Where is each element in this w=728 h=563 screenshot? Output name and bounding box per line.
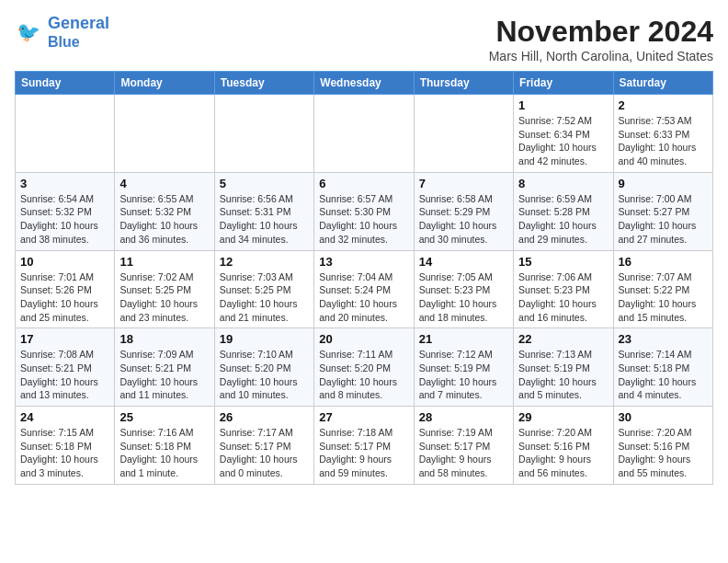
calendar-cell: 16Sunrise: 7:07 AM Sunset: 5:22 PM Dayli… <box>613 250 712 328</box>
day-info: Sunrise: 7:00 AM Sunset: 5:27 PM Dayligh… <box>619 192 708 247</box>
calendar-cell: 2Sunrise: 7:53 AM Sunset: 6:33 PM Daylig… <box>613 95 712 173</box>
day-info: Sunrise: 7:20 AM Sunset: 5:16 PM Dayligh… <box>518 426 608 480</box>
day-info: Sunrise: 7:11 AM Sunset: 5:20 PM Dayligh… <box>319 348 408 402</box>
weekday-header-sunday: Sunday <box>16 72 115 95</box>
day-number: 26 <box>220 410 309 424</box>
day-number: 17 <box>20 332 109 346</box>
calendar-cell: 14Sunrise: 7:05 AM Sunset: 5:23 PM Dayli… <box>414 250 513 328</box>
day-number: 13 <box>319 255 408 269</box>
weekday-header-tuesday: Tuesday <box>214 72 313 95</box>
day-number: 24 <box>20 410 109 424</box>
day-number: 9 <box>619 177 708 190</box>
day-info: Sunrise: 7:15 AM Sunset: 5:18 PM Dayligh… <box>20 426 109 480</box>
calendar-cell <box>16 95 115 173</box>
day-number: 22 <box>518 332 608 346</box>
day-number: 2 <box>619 98 708 112</box>
day-info: Sunrise: 7:07 AM Sunset: 5:22 PM Dayligh… <box>619 270 708 325</box>
logo: 🐦 General Blue <box>15 15 109 52</box>
calendar-cell <box>414 95 513 173</box>
day-info: Sunrise: 6:55 AM Sunset: 5:32 PM Dayligh… <box>119 192 209 247</box>
calendar-cell <box>115 95 214 173</box>
day-number: 3 <box>20 177 109 190</box>
day-info: Sunrise: 7:12 AM Sunset: 5:19 PM Dayligh… <box>419 348 508 402</box>
month-title: November 2024 <box>489 15 713 49</box>
calendar-cell: 13Sunrise: 7:04 AM Sunset: 5:24 PM Dayli… <box>314 250 414 328</box>
calendar-cell: 18Sunrise: 7:09 AM Sunset: 5:21 PM Dayli… <box>115 328 214 407</box>
page-header: 🐦 General Blue November 2024 Mars Hill, … <box>15 15 713 63</box>
day-info: Sunrise: 6:59 AM Sunset: 5:28 PM Dayligh… <box>518 192 608 247</box>
calendar-header-row: SundayMondayTuesdayWednesdayThursdayFrid… <box>16 72 713 95</box>
day-number: 30 <box>619 410 708 424</box>
day-info: Sunrise: 6:57 AM Sunset: 5:30 PM Dayligh… <box>319 192 408 247</box>
day-number: 19 <box>220 332 309 346</box>
calendar-cell: 26Sunrise: 7:17 AM Sunset: 5:17 PM Dayli… <box>214 407 313 485</box>
day-info: Sunrise: 7:17 AM Sunset: 5:17 PM Dayligh… <box>220 426 309 480</box>
title-block: November 2024 Mars Hill, North Carolina,… <box>489 15 713 63</box>
calendar-cell: 29Sunrise: 7:20 AM Sunset: 5:16 PM Dayli… <box>514 407 613 485</box>
weekday-header-wednesday: Wednesday <box>314 72 414 95</box>
day-number: 15 <box>518 255 608 269</box>
day-number: 25 <box>119 410 209 424</box>
weekday-header-saturday: Saturday <box>613 72 712 95</box>
calendar-week-5: 24Sunrise: 7:15 AM Sunset: 5:18 PM Dayli… <box>16 407 713 485</box>
day-number: 10 <box>20 255 109 269</box>
calendar-week-3: 10Sunrise: 7:01 AM Sunset: 5:26 PM Dayli… <box>16 250 713 328</box>
calendar-cell: 30Sunrise: 7:20 AM Sunset: 5:16 PM Dayli… <box>613 407 712 485</box>
calendar-week-2: 3Sunrise: 6:54 AM Sunset: 5:32 PM Daylig… <box>16 172 713 250</box>
calendar-cell: 19Sunrise: 7:10 AM Sunset: 5:20 PM Dayli… <box>214 328 313 407</box>
calendar-cell <box>314 95 414 173</box>
logo-icon: 🐦 <box>15 18 44 48</box>
day-number: 23 <box>619 332 708 346</box>
calendar-cell: 7Sunrise: 6:58 AM Sunset: 5:29 PM Daylig… <box>414 172 513 250</box>
calendar-cell: 10Sunrise: 7:01 AM Sunset: 5:26 PM Dayli… <box>16 250 115 328</box>
calendar-cell: 12Sunrise: 7:03 AM Sunset: 5:25 PM Dayli… <box>214 250 313 328</box>
calendar-cell: 8Sunrise: 6:59 AM Sunset: 5:28 PM Daylig… <box>514 172 613 250</box>
day-info: Sunrise: 7:20 AM Sunset: 5:16 PM Dayligh… <box>619 426 708 480</box>
day-info: Sunrise: 7:06 AM Sunset: 5:23 PM Dayligh… <box>518 270 608 325</box>
day-number: 4 <box>119 177 209 190</box>
calendar-cell: 17Sunrise: 7:08 AM Sunset: 5:21 PM Dayli… <box>16 328 115 407</box>
calendar-cell: 22Sunrise: 7:13 AM Sunset: 5:19 PM Dayli… <box>514 328 613 407</box>
calendar-cell: 6Sunrise: 6:57 AM Sunset: 5:30 PM Daylig… <box>314 172 414 250</box>
calendar-cell: 20Sunrise: 7:11 AM Sunset: 5:20 PM Dayli… <box>314 328 414 407</box>
logo-text: General Blue <box>48 15 109 52</box>
calendar-cell: 27Sunrise: 7:18 AM Sunset: 5:17 PM Dayli… <box>314 407 414 485</box>
day-number: 20 <box>319 332 408 346</box>
calendar-week-4: 17Sunrise: 7:08 AM Sunset: 5:21 PM Dayli… <box>16 328 713 407</box>
calendar-cell: 25Sunrise: 7:16 AM Sunset: 5:18 PM Dayli… <box>115 407 214 485</box>
day-info: Sunrise: 7:10 AM Sunset: 5:20 PM Dayligh… <box>220 348 309 402</box>
weekday-header-friday: Friday <box>514 72 613 95</box>
weekday-header-thursday: Thursday <box>414 72 513 95</box>
svg-text:🐦: 🐦 <box>17 20 40 44</box>
location-title: Mars Hill, North Carolina, United States <box>489 49 713 63</box>
day-info: Sunrise: 7:09 AM Sunset: 5:21 PM Dayligh… <box>119 348 209 402</box>
day-info: Sunrise: 7:04 AM Sunset: 5:24 PM Dayligh… <box>319 270 408 325</box>
calendar-cell: 21Sunrise: 7:12 AM Sunset: 5:19 PM Dayli… <box>414 328 513 407</box>
day-number: 12 <box>220 255 309 269</box>
day-info: Sunrise: 6:58 AM Sunset: 5:29 PM Dayligh… <box>419 192 508 247</box>
day-number: 1 <box>518 98 608 112</box>
day-info: Sunrise: 7:14 AM Sunset: 5:18 PM Dayligh… <box>619 348 708 402</box>
day-number: 18 <box>119 332 209 346</box>
calendar-cell: 23Sunrise: 7:14 AM Sunset: 5:18 PM Dayli… <box>613 328 712 407</box>
day-number: 28 <box>419 410 508 424</box>
day-info: Sunrise: 7:02 AM Sunset: 5:25 PM Dayligh… <box>119 270 209 325</box>
day-number: 16 <box>619 255 708 269</box>
day-number: 7 <box>419 177 508 190</box>
calendar-table: SundayMondayTuesdayWednesdayThursdayFrid… <box>15 71 713 485</box>
calendar-cell: 24Sunrise: 7:15 AM Sunset: 5:18 PM Dayli… <box>16 407 115 485</box>
day-number: 6 <box>319 177 408 190</box>
weekday-header-monday: Monday <box>115 72 214 95</box>
calendar-cell: 4Sunrise: 6:55 AM Sunset: 5:32 PM Daylig… <box>115 172 214 250</box>
day-number: 29 <box>518 410 608 424</box>
day-number: 14 <box>419 255 508 269</box>
day-number: 21 <box>419 332 508 346</box>
calendar-cell: 5Sunrise: 6:56 AM Sunset: 5:31 PM Daylig… <box>214 172 313 250</box>
calendar-cell: 11Sunrise: 7:02 AM Sunset: 5:25 PM Dayli… <box>115 250 214 328</box>
calendar-cell: 15Sunrise: 7:06 AM Sunset: 5:23 PM Dayli… <box>514 250 613 328</box>
day-info: Sunrise: 7:05 AM Sunset: 5:23 PM Dayligh… <box>419 270 508 325</box>
day-info: Sunrise: 7:53 AM Sunset: 6:33 PM Dayligh… <box>619 114 708 168</box>
calendar-cell <box>214 95 313 173</box>
day-info: Sunrise: 7:19 AM Sunset: 5:17 PM Dayligh… <box>419 426 508 480</box>
day-info: Sunrise: 7:13 AM Sunset: 5:19 PM Dayligh… <box>518 348 608 402</box>
